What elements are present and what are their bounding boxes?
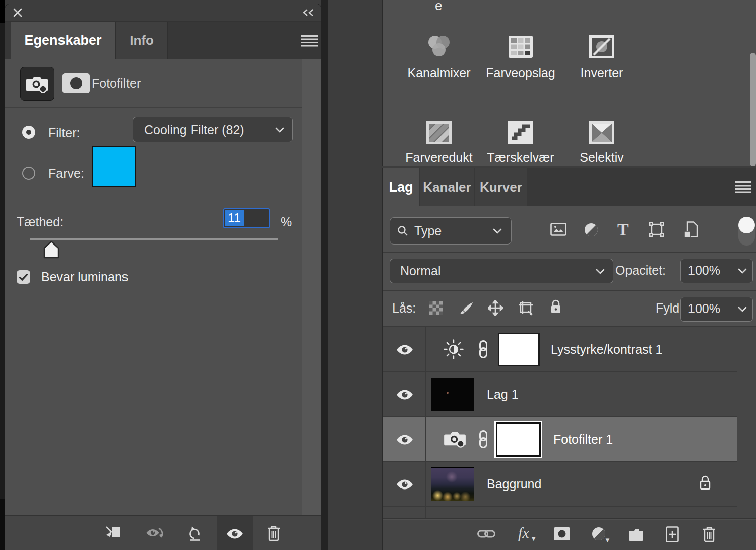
properties-panel: Egenskaber Info Fotofilter Filter: Cooli… (5, 4, 321, 550)
adjustments-title-partial: e (435, 0, 442, 14)
add-mask-button[interactable] (554, 527, 570, 540)
filter-toggle-switch[interactable] (738, 217, 755, 246)
layer-mask-thumbnail[interactable] (498, 333, 540, 366)
toggle-visibility-button[interactable] (146, 526, 165, 540)
delete-adjustment-button[interactable] (267, 525, 280, 541)
layers-blend-row: Normal Opacitet: 100% (383, 253, 756, 291)
layer-name[interactable]: Fotofilter 1 (553, 432, 613, 447)
filter-radio[interactable] (22, 126, 35, 139)
density-slider-track[interactable] (30, 238, 278, 240)
filter-select[interactable]: Cooling Filter (82) (133, 117, 293, 142)
opacity-control[interactable]: 100% (680, 259, 753, 283)
color-swatch[interactable] (92, 146, 136, 187)
tab-egenskaber-label: Egenskaber (24, 33, 101, 48)
visibility-button-pressed[interactable] (217, 516, 253, 550)
layer-name[interactable]: Lysstyrke/kontrast 1 (551, 342, 662, 357)
visibility-eye-icon[interactable] (396, 344, 413, 355)
visibility-eye-icon[interactable] (396, 479, 413, 490)
adjustment-taerskelvaer[interactable]: Tærskelvær (480, 121, 561, 165)
chevron-down-icon (738, 268, 747, 274)
new-group-button[interactable] (628, 528, 644, 541)
properties-menu-icon[interactable] (301, 35, 318, 47)
adjustment-selektiv[interactable]: Selektiv (561, 121, 642, 165)
layers-filter-row: Type T (383, 206, 756, 253)
adjustment-label: Tærskelvær (480, 150, 561, 165)
invert-icon (589, 35, 614, 58)
background-lock-icon[interactable] (699, 475, 711, 491)
layer-name[interactable]: Baggrund (487, 477, 541, 492)
close-icon[interactable] (13, 8, 22, 17)
tab-info[interactable]: Info (115, 22, 168, 59)
adjustment-label: Inverter (561, 66, 642, 80)
layers-panel: Lag Kanaler Kurver Type T Normal Opacite (382, 168, 756, 550)
adjustment-icon-button[interactable] (20, 67, 54, 101)
lock-all-icon[interactable] (550, 299, 562, 315)
layer-row-lysstyrke[interactable]: Lysstyrke/kontrast 1 (383, 327, 737, 372)
mask-icon-button[interactable] (62, 73, 90, 93)
lock-transparency-icon[interactable] (429, 301, 443, 315)
tab-kanaler[interactable]: Kanaler (420, 168, 474, 206)
chevron-down-icon (493, 228, 502, 234)
layer-row-fotofilter[interactable]: Fotofilter 1 (383, 417, 737, 462)
visibility-eye-icon[interactable] (396, 434, 413, 445)
tab-egenskaber[interactable]: Egenskaber (11, 22, 115, 59)
preserve-luminosity-checkbox[interactable] (17, 270, 30, 284)
delete-layer-button[interactable] (703, 526, 716, 542)
color-radio[interactable] (22, 167, 35, 180)
density-input[interactable]: 11 (223, 208, 270, 228)
layers-list-footer-strip (383, 507, 756, 519)
selective-color-icon (589, 121, 614, 144)
link-layers-button[interactable] (477, 529, 495, 538)
adjustment-label: Kanalmixer (399, 66, 479, 80)
layer-thumbnail[interactable] (431, 467, 474, 501)
photo-filter-icon[interactable] (444, 429, 466, 448)
eye-icon (226, 528, 243, 539)
collapse-panel-icon[interactable] (302, 9, 314, 16)
layer-style-button[interactable]: fx▼ (518, 524, 536, 541)
scrollbar-gutter[interactable] (302, 59, 321, 515)
eye-column-divider (425, 327, 426, 507)
layer-row-baggrund[interactable]: Baggrund (383, 462, 737, 507)
tab-lag[interactable]: Lag (383, 168, 419, 206)
visibility-eye-icon[interactable] (396, 389, 413, 400)
layer-name[interactable]: Lag 1 (487, 387, 519, 402)
filter-pixel-icon[interactable] (550, 223, 566, 236)
reset-button[interactable] (187, 526, 202, 541)
properties-tab-strip: Egenskaber Info (5, 22, 321, 59)
layer-filter-value: Type (414, 224, 442, 238)
adjustment-inverter[interactable]: Inverter (561, 35, 642, 80)
brightness-adjustment-icon[interactable] (444, 339, 464, 359)
threshold-icon (508, 121, 533, 144)
blend-mode-select[interactable]: Normal (390, 259, 613, 283)
layer-thumbnail[interactable] (431, 378, 474, 411)
layer-row-lag1[interactable]: Lag 1 (383, 372, 737, 417)
adjustment-farveredukt[interactable]: Farveredukt (399, 121, 479, 165)
lock-move-icon[interactable] (488, 300, 503, 316)
layer-filter-select[interactable]: Type (390, 217, 512, 245)
adjustment-farveopslag[interactable]: Farveopslag (480, 35, 561, 80)
adjustments-panel: e Kanalmixer Farveopslag Inverter Farver… (382, 0, 756, 166)
properties-content: Fotofilter Filter: Cooling Filter (82) F… (5, 59, 321, 515)
fill-label: Fyld: (656, 301, 683, 316)
filter-smartobject-icon[interactable] (684, 221, 698, 237)
filter-type-icon[interactable]: T (617, 221, 629, 238)
new-layer-button[interactable] (666, 526, 679, 542)
adjustment-kanalmixer[interactable]: Kanalmixer (399, 34, 479, 80)
layer-mask-thumbnail-selected[interactable] (494, 421, 542, 458)
lock-artboard-icon[interactable] (518, 300, 533, 316)
clip-to-layer-button[interactable] (105, 526, 121, 541)
adjustments-scrollbar[interactable] (750, 53, 756, 166)
tab-kurver[interactable]: Kurver (475, 168, 527, 206)
new-adjustment-button[interactable]: ▼ (591, 526, 606, 541)
density-slider-thumb[interactable] (43, 240, 59, 259)
layers-menu-icon[interactable] (735, 181, 751, 193)
lock-paint-icon[interactable] (460, 301, 474, 316)
tab-kanaler-label: Kanaler (423, 179, 471, 195)
fill-control[interactable]: 100% (680, 297, 753, 322)
mask-link-icon (478, 340, 489, 358)
filter-adjustment-icon[interactable] (584, 222, 599, 237)
panel-divider (321, 0, 328, 550)
adjustment-label: Farveredukt (399, 150, 479, 165)
filter-shape-icon[interactable] (649, 222, 664, 237)
density-unit: % (281, 215, 292, 229)
